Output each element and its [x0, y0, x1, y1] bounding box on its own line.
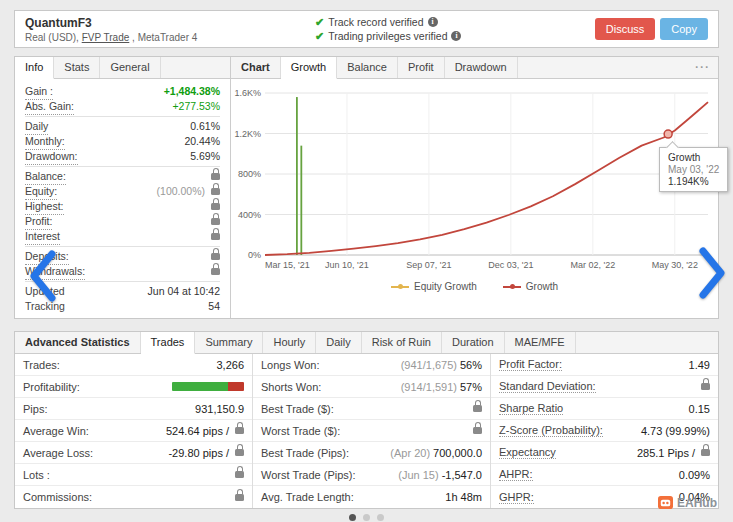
lock-icon: [235, 449, 244, 456]
eahub-logo-icon: [658, 495, 673, 510]
lock-icon: [211, 173, 220, 180]
info-value: [208, 233, 220, 240]
info-value: (100.00%): [157, 184, 220, 199]
tab-drawdown[interactable]: Drawdown: [445, 57, 518, 78]
legend-swatch: [391, 286, 409, 288]
stat-row-best-trade: Best Trade ($):: [253, 398, 490, 420]
copy-button[interactable]: Copy: [660, 18, 708, 40]
value-text: 56%: [460, 359, 482, 371]
tab-profit[interactable]: Profit: [398, 57, 445, 78]
tab-risk-of-ruin[interactable]: Risk of Ruin: [362, 332, 442, 353]
lock-icon: [235, 427, 244, 434]
info-label: Equity:: [25, 184, 57, 200]
pagination-dot-3[interactable]: [377, 514, 384, 521]
stat-label: Best Trade ($):: [261, 403, 334, 415]
stat-label: Commissions:: [23, 491, 92, 503]
tab-mae-mfe[interactable]: MAE/MFE: [505, 332, 576, 353]
broker-link[interactable]: FVP Trade: [82, 32, 130, 43]
stat-row-profitability: Profitability:: [15, 376, 252, 398]
stat-label: Profit Factor:: [499, 358, 562, 371]
stat-label: AHPR:: [499, 468, 533, 481]
stat-label: Trades:: [23, 359, 60, 371]
more-menu-icon[interactable]: ⋯: [694, 57, 710, 77]
value-text: 524.64 pips /: [166, 425, 229, 437]
stat-value: 524.64 pips /: [166, 425, 244, 437]
tab-general[interactable]: General: [100, 57, 160, 78]
info-value: 0.61%: [190, 119, 220, 134]
stat-value: (941/1,675)56%: [401, 359, 482, 371]
info-row-profit: Profit:: [25, 214, 220, 229]
stats-column-1: Trades:3,266Profitability:Pips:931,150.9…: [15, 354, 253, 508]
stat-label: Pips:: [23, 403, 47, 415]
stat-value: [698, 383, 710, 390]
tab-balance[interactable]: Balance: [337, 57, 398, 78]
info-value: [208, 173, 220, 180]
stat-value: [232, 471, 244, 478]
chart-legend: Equity GrowthGrowth: [231, 281, 718, 292]
value-text: 0.15: [689, 403, 710, 415]
info-label: Gain :: [25, 84, 53, 100]
stat-row-longs-won: Longs Won:(941/1,675)56%: [253, 354, 490, 376]
info-value: +277.53%: [172, 99, 220, 114]
lock-icon: [211, 218, 220, 225]
check-icon: ✔: [315, 15, 324, 29]
lock-icon: [235, 494, 244, 501]
stat-row-profit-factor: Profit Factor:1.49: [491, 354, 718, 376]
check-icon: ✔: [315, 29, 324, 43]
stat-row-standard-deviation: Standard Deviation:: [491, 376, 718, 398]
tab-info[interactable]: Info: [15, 57, 54, 79]
value-text: +1,484.38%: [164, 84, 220, 99]
info-icon[interactable]: i: [428, 17, 438, 27]
tab-daily[interactable]: Daily: [316, 332, 361, 353]
info-row-monthly: Monthly:20.44%: [25, 134, 220, 149]
tab-summary[interactable]: Summary: [195, 332, 263, 353]
stat-value: 3,266: [216, 359, 244, 371]
tab-trades[interactable]: Trades: [141, 332, 196, 354]
discuss-button[interactable]: Discuss: [595, 18, 656, 40]
pagination-dot-2[interactable]: [363, 514, 370, 521]
info-value: [208, 268, 220, 275]
stat-value: [470, 405, 482, 412]
verify-label: Trading privileges verified: [328, 29, 447, 43]
stat-row-avg-trade-length: Avg. Trade Length:1h 48m: [253, 486, 490, 508]
stat-row-lots: Lots :: [15, 464, 252, 486]
pagination-dot-1[interactable]: [349, 514, 356, 521]
pagination: [14, 509, 719, 522]
tab-advanced-statistics[interactable]: Advanced Statistics: [15, 332, 141, 353]
muted-value: (Apr 20): [390, 447, 430, 459]
stat-label: Shorts Won:: [261, 381, 321, 393]
trading-privileges-verified: ✔ Trading privileges verified i: [315, 29, 595, 43]
value-text: Jun 04 at 10:42: [148, 284, 220, 299]
svg-text:1.6K%: 1.6K%: [234, 88, 261, 98]
next-arrow-icon[interactable]: [697, 247, 727, 299]
info-row-abs-gain: Abs. Gain:+277.53%: [25, 99, 220, 114]
muted-value: (100.00%): [157, 184, 205, 199]
divider: [25, 166, 220, 167]
tab-growth[interactable]: Growth: [281, 57, 337, 79]
tab-hourly[interactable]: Hourly: [263, 332, 316, 353]
info-icon[interactable]: i: [451, 31, 461, 41]
info-row-balance: Balance:: [25, 169, 220, 184]
prev-arrow-icon[interactable]: [28, 250, 58, 302]
svg-text:Jun 10, '21: Jun 10, '21: [325, 260, 369, 270]
info-tabbar: InfoStatsGeneral: [15, 57, 230, 79]
stat-row-worst-trade: Worst Trade ($):: [253, 420, 490, 442]
info-value: Jun 04 at 10:42: [148, 284, 220, 299]
stat-row-average-loss: Average Loss:-29.80 pips /: [15, 442, 252, 464]
stat-value: [172, 382, 244, 391]
eahub-brand[interactable]: EAHub: [658, 495, 717, 510]
tab-chart[interactable]: Chart: [231, 57, 281, 78]
main-panel: InfoStatsGeneral Gain :+1,484.38%Abs. Ga…: [14, 56, 719, 319]
stat-value: 0.09%: [679, 469, 710, 481]
tab-duration[interactable]: Duration: [442, 332, 505, 353]
value-text: 3,266: [216, 359, 244, 371]
stat-row-average-win: Average Win:524.64 pips /: [15, 420, 252, 442]
muted-value: (Jun 15): [398, 469, 438, 481]
growth-chart[interactable]: 0%400%800%1.2K%1.6K%Mar 15, '21Jun 10, '…: [233, 81, 716, 281]
stats-column-2: Longs Won:(941/1,675)56%Shorts Won:(914/…: [253, 354, 491, 508]
value-text: 20.44%: [184, 134, 220, 149]
tab-stats[interactable]: Stats: [54, 57, 100, 78]
value-text: 1h 48m: [445, 491, 482, 503]
svg-text:Dec 03, '21: Dec 03, '21: [488, 260, 533, 270]
profitability-bar: [172, 382, 244, 391]
